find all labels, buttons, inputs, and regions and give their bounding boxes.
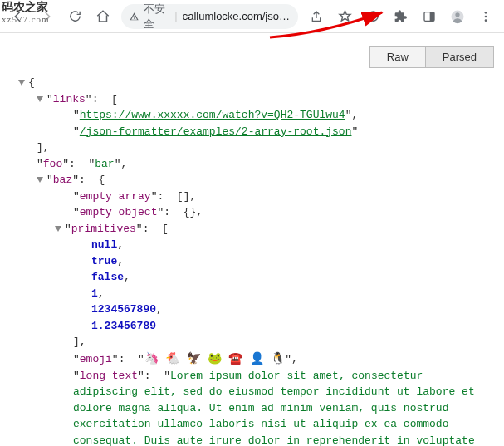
sidepanel-icon[interactable] <box>416 3 443 30</box>
reload-button[interactable] <box>61 3 88 30</box>
toggle-icon[interactable] <box>37 96 43 102</box>
url-text: callumlocke.com/jso… <box>183 10 290 22</box>
home-button[interactable] <box>90 3 116 30</box>
toggle-icon[interactable] <box>37 177 43 183</box>
svg-point-8 <box>485 19 487 22</box>
site-watermark: 码农之家 xz577.com <box>2 2 50 25</box>
svg-point-7 <box>485 15 487 17</box>
json-viewer: { "links": [ "https://www.xxxxx.com/watc… <box>0 33 504 446</box>
insecure-label: 不安全 <box>144 2 169 32</box>
json-link[interactable]: /json-formatter/examples/2-array-root.js… <box>80 125 352 138</box>
extensions-icon[interactable] <box>388 3 414 30</box>
star-icon[interactable] <box>331 3 358 30</box>
extension-circle-icon[interactable] <box>360 3 386 30</box>
view-toggle: Raw Parsed <box>369 46 494 68</box>
svg-rect-3 <box>430 12 434 21</box>
tab-parsed[interactable]: Parsed <box>426 46 494 68</box>
toggle-icon[interactable] <box>55 226 61 232</box>
browser-toolbar: 不安全 | callumlocke.com/jso… <box>0 0 504 33</box>
tab-raw[interactable]: Raw <box>369 46 426 68</box>
share-icon[interactable] <box>303 3 330 30</box>
toggle-icon[interactable] <box>18 80 25 86</box>
address-bar[interactable]: 不安全 | callumlocke.com/jso… <box>121 4 298 29</box>
svg-point-5 <box>455 12 459 17</box>
profile-icon[interactable] <box>444 3 471 30</box>
svg-point-1 <box>372 15 374 17</box>
svg-point-6 <box>485 12 487 14</box>
json-link[interactable]: https://www.xxxxx.com/watch?v=QH2-TGUlwu… <box>80 109 345 121</box>
menu-icon[interactable] <box>472 3 499 30</box>
warning-icon <box>130 11 139 22</box>
